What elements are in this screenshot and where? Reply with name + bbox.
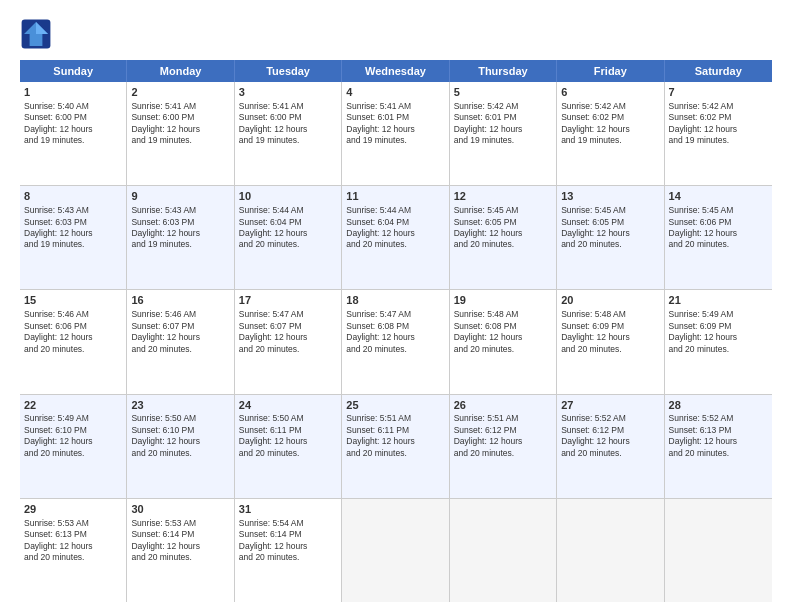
day-number: 13: [561, 189, 659, 204]
day-number: 24: [239, 398, 337, 413]
calendar-day-19: 19Sunrise: 5:48 AMSunset: 6:08 PMDayligh…: [450, 290, 557, 393]
calendar-day-24: 24Sunrise: 5:50 AMSunset: 6:11 PMDayligh…: [235, 395, 342, 498]
calendar-day-28: 28Sunrise: 5:52 AMSunset: 6:13 PMDayligh…: [665, 395, 772, 498]
day-number: 20: [561, 293, 659, 308]
calendar-day-13: 13Sunrise: 5:45 AMSunset: 6:05 PMDayligh…: [557, 186, 664, 289]
day-info-line: Sunrise: 5:51 AM: [346, 413, 444, 424]
day-info-line: and 19 minutes.: [24, 239, 122, 250]
calendar-day-29: 29Sunrise: 5:53 AMSunset: 6:13 PMDayligh…: [20, 499, 127, 602]
day-info-line: Sunrise: 5:52 AM: [561, 413, 659, 424]
calendar-empty-cell: [557, 499, 664, 602]
day-info-line: Sunrise: 5:48 AM: [561, 309, 659, 320]
calendar-empty-cell: [342, 499, 449, 602]
day-info-line: Daylight: 12 hours: [239, 332, 337, 343]
day-info-line: Sunset: 6:05 PM: [561, 217, 659, 228]
day-info-line: Daylight: 12 hours: [239, 541, 337, 552]
calendar-day-21: 21Sunrise: 5:49 AMSunset: 6:09 PMDayligh…: [665, 290, 772, 393]
calendar-day-8: 8Sunrise: 5:43 AMSunset: 6:03 PMDaylight…: [20, 186, 127, 289]
day-info-line: and 19 minutes.: [561, 135, 659, 146]
calendar-day-18: 18Sunrise: 5:47 AMSunset: 6:08 PMDayligh…: [342, 290, 449, 393]
calendar-empty-cell: [450, 499, 557, 602]
calendar-row: 15Sunrise: 5:46 AMSunset: 6:06 PMDayligh…: [20, 290, 772, 394]
day-info-line: Daylight: 12 hours: [24, 228, 122, 239]
weekday-header-monday: Monday: [127, 60, 234, 82]
day-number: 21: [669, 293, 768, 308]
calendar-row: 29Sunrise: 5:53 AMSunset: 6:13 PMDayligh…: [20, 499, 772, 602]
day-info-line: Daylight: 12 hours: [131, 332, 229, 343]
day-info-line: and 20 minutes.: [346, 344, 444, 355]
day-info-line: Daylight: 12 hours: [669, 332, 768, 343]
day-number: 23: [131, 398, 229, 413]
day-info-line: Daylight: 12 hours: [561, 124, 659, 135]
day-info-line: Sunset: 6:14 PM: [239, 529, 337, 540]
day-info-line: Daylight: 12 hours: [561, 228, 659, 239]
calendar-day-4: 4Sunrise: 5:41 AMSunset: 6:01 PMDaylight…: [342, 82, 449, 185]
day-info-line: Daylight: 12 hours: [239, 436, 337, 447]
day-info-line: Daylight: 12 hours: [669, 124, 768, 135]
day-number: 25: [346, 398, 444, 413]
calendar-empty-cell: [665, 499, 772, 602]
day-info-line: Sunrise: 5:50 AM: [131, 413, 229, 424]
day-number: 10: [239, 189, 337, 204]
day-info-line: Daylight: 12 hours: [131, 228, 229, 239]
day-info-line: Sunrise: 5:40 AM: [24, 101, 122, 112]
day-info-line: Sunset: 6:06 PM: [669, 217, 768, 228]
day-info-line: Sunrise: 5:42 AM: [669, 101, 768, 112]
day-number: 6: [561, 85, 659, 100]
day-info-line: Sunrise: 5:45 AM: [454, 205, 552, 216]
day-info-line: Daylight: 12 hours: [454, 436, 552, 447]
day-info-line: Sunset: 6:09 PM: [561, 321, 659, 332]
calendar: SundayMondayTuesdayWednesdayThursdayFrid…: [20, 60, 772, 602]
calendar-day-17: 17Sunrise: 5:47 AMSunset: 6:07 PMDayligh…: [235, 290, 342, 393]
calendar-day-11: 11Sunrise: 5:44 AMSunset: 6:04 PMDayligh…: [342, 186, 449, 289]
day-info-line: Sunset: 6:06 PM: [24, 321, 122, 332]
day-info-line: Daylight: 12 hours: [346, 332, 444, 343]
day-info-line: and 20 minutes.: [454, 448, 552, 459]
day-number: 27: [561, 398, 659, 413]
calendar-day-14: 14Sunrise: 5:45 AMSunset: 6:06 PMDayligh…: [665, 186, 772, 289]
day-info-line: and 19 minutes.: [239, 135, 337, 146]
day-info-line: and 19 minutes.: [131, 239, 229, 250]
day-info-line: and 19 minutes.: [24, 135, 122, 146]
calendar-day-1: 1Sunrise: 5:40 AMSunset: 6:00 PMDaylight…: [20, 82, 127, 185]
day-number: 11: [346, 189, 444, 204]
weekday-header-saturday: Saturday: [665, 60, 772, 82]
day-info-line: Sunrise: 5:43 AM: [131, 205, 229, 216]
calendar-day-20: 20Sunrise: 5:48 AMSunset: 6:09 PMDayligh…: [557, 290, 664, 393]
day-info-line: Sunrise: 5:45 AM: [669, 205, 768, 216]
day-number: 15: [24, 293, 122, 308]
calendar-day-9: 9Sunrise: 5:43 AMSunset: 6:03 PMDaylight…: [127, 186, 234, 289]
day-info-line: Daylight: 12 hours: [561, 332, 659, 343]
day-info-line: Sunrise: 5:41 AM: [131, 101, 229, 112]
day-info-line: Sunset: 6:04 PM: [346, 217, 444, 228]
day-info-line: Daylight: 12 hours: [669, 228, 768, 239]
day-info-line: Daylight: 12 hours: [346, 124, 444, 135]
day-info-line: Daylight: 12 hours: [24, 124, 122, 135]
day-info-line: and 20 minutes.: [24, 552, 122, 563]
day-info-line: Sunset: 6:01 PM: [454, 112, 552, 123]
day-info-line: Daylight: 12 hours: [239, 124, 337, 135]
calendar-row: 1Sunrise: 5:40 AMSunset: 6:00 PMDaylight…: [20, 82, 772, 186]
day-info-line: Daylight: 12 hours: [561, 436, 659, 447]
calendar-day-6: 6Sunrise: 5:42 AMSunset: 6:02 PMDaylight…: [557, 82, 664, 185]
day-info-line: Sunrise: 5:49 AM: [669, 309, 768, 320]
day-info-line: and 19 minutes.: [454, 135, 552, 146]
day-number: 4: [346, 85, 444, 100]
day-info-line: and 20 minutes.: [131, 552, 229, 563]
day-info-line: Sunrise: 5:44 AM: [346, 205, 444, 216]
day-info-line: Daylight: 12 hours: [346, 436, 444, 447]
day-number: 2: [131, 85, 229, 100]
day-info-line: Sunrise: 5:43 AM: [24, 205, 122, 216]
weekday-header-thursday: Thursday: [450, 60, 557, 82]
calendar-day-12: 12Sunrise: 5:45 AMSunset: 6:05 PMDayligh…: [450, 186, 557, 289]
calendar-row: 22Sunrise: 5:49 AMSunset: 6:10 PMDayligh…: [20, 395, 772, 499]
day-info-line: Sunrise: 5:54 AM: [239, 518, 337, 529]
day-info-line: Sunrise: 5:51 AM: [454, 413, 552, 424]
day-info-line: Sunrise: 5:46 AM: [131, 309, 229, 320]
day-number: 30: [131, 502, 229, 517]
day-info-line: Daylight: 12 hours: [24, 541, 122, 552]
calendar-row: 8Sunrise: 5:43 AMSunset: 6:03 PMDaylight…: [20, 186, 772, 290]
day-number: 14: [669, 189, 768, 204]
day-info-line: and 20 minutes.: [239, 552, 337, 563]
calendar-day-3: 3Sunrise: 5:41 AMSunset: 6:00 PMDaylight…: [235, 82, 342, 185]
